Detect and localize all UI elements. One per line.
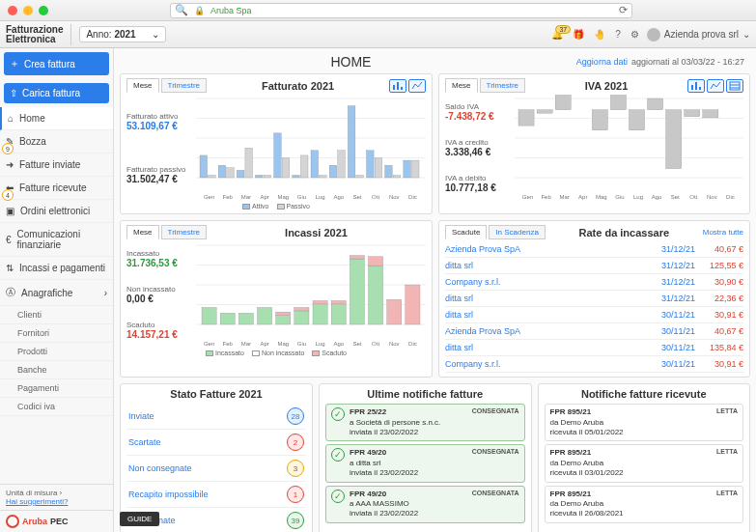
tab-mese[interactable]: Mese bbox=[126, 225, 159, 239]
stato-label[interactable]: Non consegnate bbox=[128, 463, 287, 473]
incassi-chart: GenFebMarAprMagGiuLugAgoSetOttNovDic bbox=[196, 241, 426, 348]
tab-trimestre[interactable]: Trimestre bbox=[161, 78, 207, 93]
sidebar-sub-prodotti[interactable]: Prodotti bbox=[0, 343, 113, 361]
svg-rect-111 bbox=[369, 266, 383, 324]
carica-fattura-button[interactable]: ⇧ Carica fattura bbox=[4, 83, 109, 103]
chart-line-button[interactable] bbox=[408, 79, 426, 93]
hand-icon[interactable]: 🤚 bbox=[594, 29, 605, 40]
rate-name[interactable]: ditta srl bbox=[445, 294, 647, 303]
sidebar-item-home[interactable]: ⌂ Home bbox=[0, 107, 113, 130]
refresh-data-link[interactable]: Aggiorna dati bbox=[576, 57, 628, 67]
svg-rect-100 bbox=[294, 308, 309, 312]
chart-bar-button[interactable] bbox=[687, 79, 705, 93]
notification-item[interactable]: FPR 895/21da Demo Arubaricevuta il 05/01… bbox=[545, 404, 744, 441]
tab-scadute[interactable]: Scadute bbox=[445, 225, 487, 239]
sidebar-item-inviate[interactable]: ➜ Fatture inviate bbox=[0, 154, 113, 177]
svg-rect-27 bbox=[320, 175, 327, 178]
svg-rect-39 bbox=[393, 175, 401, 178]
svg-text:Mag: Mag bbox=[277, 194, 289, 200]
notif-ric-title: Notifiche fatture ricevute bbox=[545, 388, 744, 400]
notif-date: inviata il 23/02/2022 bbox=[350, 468, 467, 478]
notification-item[interactable]: ✓FPR 49/20a ditta srlinviata il 23/02/20… bbox=[325, 444, 525, 482]
payments-icon: ⇅ bbox=[6, 263, 14, 273]
chart-line-button[interactable] bbox=[707, 79, 724, 93]
card-rate: Scadute In Scadenza Rate da incassare Mo… bbox=[438, 220, 750, 378]
sidebar-sub-clienti[interactable]: Clienti bbox=[0, 306, 113, 324]
help-icon[interactable]: ? bbox=[615, 29, 621, 40]
stato-label[interactable]: Inviate bbox=[128, 411, 287, 421]
user-menu[interactable]: Azienda prova srl ⌄ bbox=[647, 28, 750, 42]
rate-date[interactable]: 31/12/21 bbox=[647, 294, 695, 303]
notification-item[interactable]: ✓FPR 25/22a Società di persone s.n.c.inv… bbox=[325, 404, 525, 441]
rate-name[interactable]: Azienda Prova SpA bbox=[445, 326, 647, 336]
tab-trimestre[interactable]: Trimestre bbox=[480, 78, 525, 93]
rate-name[interactable]: ditta srl bbox=[445, 343, 647, 352]
rate-date[interactable]: 30/11/21 bbox=[647, 310, 695, 320]
sidebar-item-ricevute[interactable]: ⬅ Fatture ricevute 4 bbox=[0, 177, 113, 200]
svg-rect-115 bbox=[387, 299, 402, 324]
notif-title: FPR 49/20 bbox=[350, 490, 467, 499]
svg-rect-17 bbox=[256, 175, 264, 178]
rate-row: Azienda Prova SpA31/12/2140,67 € bbox=[445, 241, 743, 258]
stato-count: 39 bbox=[287, 512, 304, 529]
stato-label[interactable]: Recapito impossibile bbox=[128, 490, 287, 499]
sidebar-item-ordini[interactable]: ▣ Ordini elettronici bbox=[0, 200, 113, 223]
svg-rect-15 bbox=[245, 148, 253, 178]
chart-bar-button[interactable] bbox=[389, 79, 406, 93]
rate-date[interactable]: 30/11/21 bbox=[647, 359, 695, 369]
guide-button[interactable]: GUIDE bbox=[120, 512, 159, 526]
suggerimenti-link[interactable]: Hai suggerimenti? bbox=[6, 497, 68, 506]
sidebar-sub-pagamenti[interactable]: Pagamenti bbox=[0, 379, 113, 398]
rate-name[interactable]: Company s.r.l. bbox=[445, 359, 647, 369]
rate-date[interactable]: 30/11/21 bbox=[647, 326, 695, 336]
tab-trimestre[interactable]: Trimestre bbox=[161, 225, 207, 239]
tab-in-scadenza[interactable]: In Scadenza bbox=[489, 225, 545, 239]
rate-name[interactable]: ditta srl bbox=[445, 310, 647, 320]
sidebar-item-incassi[interactable]: ⇅ Incassi e pagamenti bbox=[0, 257, 113, 280]
chart-table-button[interactable] bbox=[726, 79, 743, 93]
svg-text:Nov: Nov bbox=[707, 194, 717, 200]
gear-icon[interactable]: ⚙ bbox=[630, 29, 639, 40]
sidebar-sub-codici-iva[interactable]: Codici iva bbox=[0, 398, 113, 416]
svg-rect-90 bbox=[238, 313, 253, 324]
svg-text:Giu: Giu bbox=[615, 194, 624, 200]
fatturato-attivo-label: Fatturato attivo bbox=[126, 112, 192, 121]
notifications-icon[interactable]: 🔔37 bbox=[551, 29, 563, 40]
rate-date[interactable]: 30/11/21 bbox=[647, 343, 695, 352]
notif-date: ricevuta il 26/08/2021 bbox=[550, 509, 712, 518]
notification-item[interactable]: FPR 895/21da Demo Arubaricevuta il 03/01… bbox=[545, 444, 744, 482]
gift-icon[interactable]: 🎁 bbox=[573, 29, 584, 40]
sidebar-sub-banche[interactable]: Banche bbox=[0, 361, 113, 379]
rate-name[interactable]: Azienda Prova SpA bbox=[445, 244, 647, 254]
notification-item[interactable]: ✓FPR 49/20a AAA MASSIMOinviata il 23/02/… bbox=[325, 486, 525, 523]
svg-rect-99 bbox=[294, 311, 309, 324]
rate-date[interactable]: 31/12/21 bbox=[647, 277, 695, 287]
window-close[interactable] bbox=[8, 6, 17, 15]
mostra-tutte-link[interactable]: Mostra tutte bbox=[703, 228, 743, 237]
window-zoom[interactable] bbox=[39, 6, 48, 15]
svg-rect-96 bbox=[276, 316, 291, 324]
notification-item[interactable]: FPR 895/21da Demo Arubaricevuta il 26/08… bbox=[545, 486, 744, 523]
tab-mese[interactable]: Mese bbox=[126, 78, 159, 93]
svg-text:Ago: Ago bbox=[333, 194, 344, 200]
tab-mese[interactable]: Mese bbox=[445, 78, 478, 93]
sidebar-item-com-fin[interactable]: € Comunicazioni finanziarie bbox=[0, 223, 113, 257]
reload-icon[interactable]: ⟳ bbox=[619, 4, 628, 16]
rate-date[interactable]: 31/12/21 bbox=[647, 261, 695, 270]
svg-text:Set: Set bbox=[671, 194, 680, 200]
rate-date[interactable]: 31/12/21 bbox=[647, 244, 695, 254]
chevron-right-icon: › bbox=[104, 288, 107, 298]
address-bar[interactable]: 🔍 🔒 Aruba Spa ⟳ bbox=[170, 3, 632, 18]
user-name: Azienda prova srl bbox=[664, 29, 739, 40]
year-selector[interactable]: Anno: 2021 ⌄ bbox=[79, 26, 165, 42]
rate-name[interactable]: ditta srl bbox=[445, 261, 647, 270]
sidebar-sub-fornitori[interactable]: Fornitori bbox=[0, 324, 113, 343]
window-minimize[interactable] bbox=[23, 6, 33, 15]
crea-fattura-button[interactable]: ＋ Crea fattura bbox=[4, 52, 109, 75]
rate-row: ditta srl31/12/21125,55 € bbox=[445, 258, 743, 274]
sidebar-item-anagrafiche[interactable]: Ⓐ Anagrafiche › bbox=[0, 280, 113, 306]
rate-name[interactable]: Company s.r.l. bbox=[445, 277, 647, 287]
sidebar-item-bozza[interactable]: ✎ Bozza 9 bbox=[0, 130, 113, 154]
search-icon: 🔍 bbox=[175, 4, 188, 16]
stato-label[interactable]: Scartate bbox=[128, 437, 287, 447]
